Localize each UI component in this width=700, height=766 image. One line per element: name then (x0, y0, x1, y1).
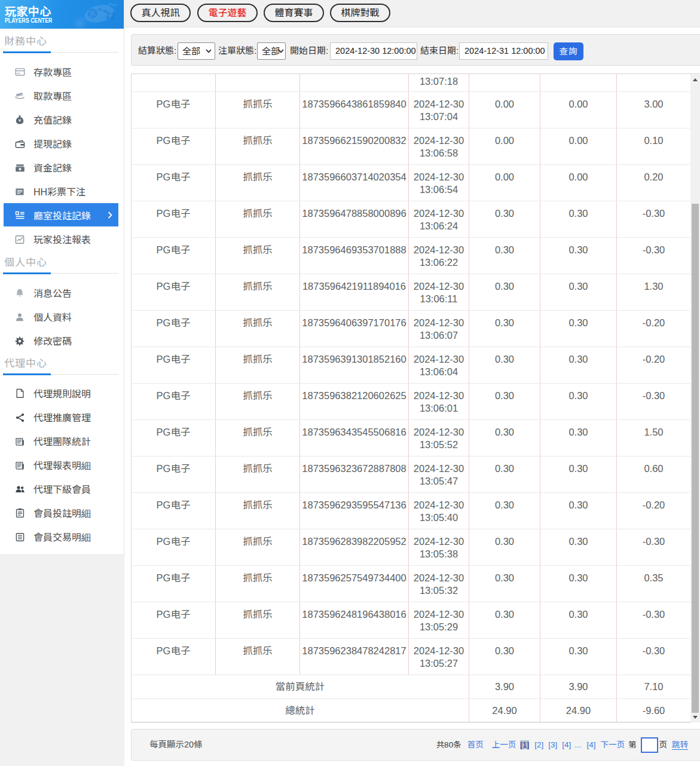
svg-text:¥: ¥ (18, 118, 22, 124)
